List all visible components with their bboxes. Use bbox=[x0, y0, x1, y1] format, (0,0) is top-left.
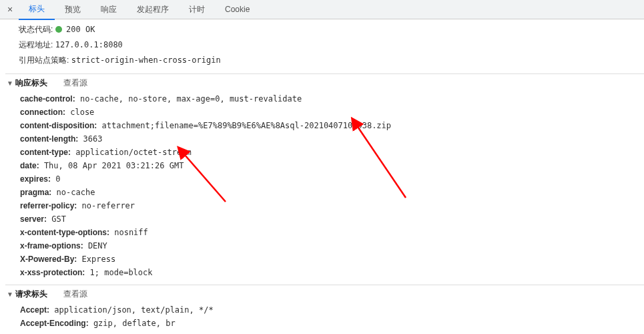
header-row: Accept: application/json, text/plain, */… bbox=[5, 303, 644, 317]
header-value: no-cache bbox=[51, 188, 95, 197]
header-key: connection: bbox=[20, 108, 65, 117]
referrer-policy-value: strict-origin-when-cross-origin bbox=[71, 55, 221, 65]
header-key: Accept: bbox=[20, 305, 49, 315]
header-row: X-Powered-By: Express bbox=[5, 253, 644, 266]
referrer-policy-label: 引用站点策略: bbox=[19, 55, 69, 65]
expand-icon: ▼ bbox=[7, 79, 13, 87]
status-code-value: 200 OK bbox=[66, 25, 95, 34]
header-value: 0 bbox=[51, 174, 60, 184]
header-key: referrer-policy: bbox=[20, 201, 77, 210]
remote-address-label: 远程地址: bbox=[19, 40, 53, 49]
header-row: content-length: 3663 bbox=[5, 132, 644, 146]
header-row: x-xss-protection: 1; mode=block bbox=[5, 266, 644, 279]
header-row: content-type: application/octet-stream bbox=[5, 146, 644, 159]
header-value: gzip, deflate, br bbox=[89, 319, 176, 328]
header-key: server: bbox=[20, 214, 47, 224]
request-headers-list: Accept: application/json, text/plain, */… bbox=[5, 303, 644, 330]
status-dot-icon bbox=[55, 26, 62, 33]
header-row: date: Thu, 08 Apr 2021 03:21:26 GMT bbox=[5, 159, 644, 172]
remote-address-value: 127.0.0.1:8080 bbox=[55, 40, 123, 49]
header-key: x-frame-options: bbox=[20, 241, 83, 251]
status-code-label: 状态代码: bbox=[19, 25, 53, 34]
header-row: content-disposition: attachment;filename… bbox=[5, 119, 644, 132]
request-headers-title: 请求标头 bbox=[15, 289, 47, 299]
header-value: Express bbox=[77, 255, 115, 264]
header-key: content-disposition: bbox=[20, 121, 97, 130]
tab-cookies[interactable]: Cookie bbox=[215, 1, 260, 18]
view-source-link[interactable]: 查看源 bbox=[63, 78, 87, 88]
request-headers-section[interactable]: ▼ 请求标头 查看源 bbox=[5, 285, 644, 303]
header-row: expires: 0 bbox=[5, 172, 644, 186]
view-source-link[interactable]: 查看源 bbox=[63, 289, 87, 299]
tab-timing[interactable]: 计时 bbox=[179, 0, 215, 19]
expand-icon: ▼ bbox=[7, 291, 13, 298]
close-icon[interactable]: × bbox=[1, 4, 19, 15]
referrer-policy-row: 引用站点策略: strict-origin-when-cross-origin bbox=[5, 53, 644, 68]
response-headers-title: 响应标头 bbox=[15, 78, 47, 88]
header-value: no-cache, no-store, max-age=0, must-reva… bbox=[75, 94, 302, 104]
header-key: Accept-Encoding: bbox=[20, 319, 89, 328]
header-key: x-xss-protection: bbox=[20, 268, 85, 277]
remote-address-row: 远程地址: 127.0.0.1:8080 bbox=[5, 37, 644, 53]
header-row: cache-control: no-cache, no-store, max-a… bbox=[5, 92, 644, 106]
header-row: pragma: no-cache bbox=[5, 186, 644, 199]
header-row: referrer-policy: no-referrer bbox=[5, 199, 644, 212]
response-headers-section[interactable]: ▼ 响应标头 查看源 bbox=[5, 73, 644, 92]
header-value: attachment;filename=%E7%89%B9%E6%AE%8Asq… bbox=[97, 121, 391, 130]
headers-content: 状态代码: 200 OK 远程地址: 127.0.0.1:8080 引用站点策略… bbox=[0, 19, 644, 330]
tab-preview[interactable]: 预览 bbox=[55, 0, 91, 19]
header-value: application/json, text/plain, */* bbox=[49, 305, 214, 315]
header-key: X-Powered-By: bbox=[20, 255, 77, 264]
header-key: expires: bbox=[20, 174, 51, 184]
header-row: Accept-Encoding: gzip, deflate, br bbox=[5, 317, 644, 330]
header-key: pragma: bbox=[20, 188, 51, 197]
header-value: Thu, 08 Apr 2021 03:21:26 GMT bbox=[39, 161, 184, 170]
header-key: content-type: bbox=[20, 148, 71, 157]
header-row: server: GST bbox=[5, 212, 644, 226]
header-value: 3663 bbox=[78, 134, 102, 144]
header-key: content-length: bbox=[20, 134, 78, 144]
header-value: GST bbox=[47, 214, 66, 224]
header-value: close bbox=[65, 108, 94, 117]
header-key: date: bbox=[20, 161, 39, 170]
header-row: x-content-type-options: nosniff bbox=[5, 226, 644, 239]
status-code-row: 状态代码: 200 OK bbox=[5, 22, 644, 37]
header-row: x-frame-options: DENY bbox=[5, 239, 644, 253]
response-headers-list: cache-control: no-cache, no-store, max-a… bbox=[5, 92, 644, 279]
header-key: x-content-type-options: bbox=[20, 228, 109, 237]
header-value: no-referrer bbox=[77, 201, 135, 210]
header-value: DENY bbox=[83, 241, 107, 251]
header-row: connection: close bbox=[5, 106, 644, 119]
devtools-tabbar: × 标头 预览 响应 发起程序 计时 Cookie bbox=[0, 0, 644, 19]
header-key: cache-control: bbox=[20, 94, 75, 104]
header-value: application/octet-stream bbox=[71, 148, 192, 157]
tab-response[interactable]: 响应 bbox=[91, 0, 127, 19]
tab-headers[interactable]: 标头 bbox=[19, 0, 55, 20]
header-value: nosniff bbox=[109, 228, 148, 237]
tab-initiator[interactable]: 发起程序 bbox=[127, 0, 179, 19]
header-value: 1; mode=block bbox=[85, 268, 152, 277]
